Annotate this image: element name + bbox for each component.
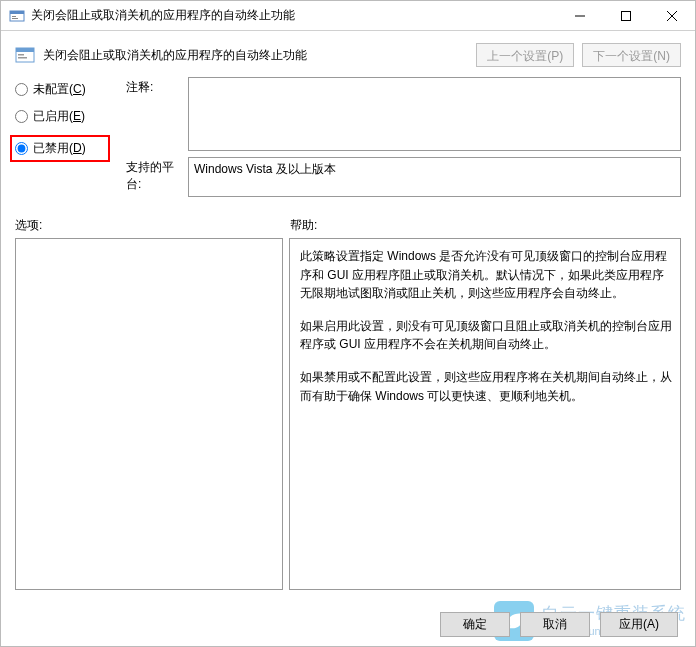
options-label: 选项: <box>15 217 290 234</box>
help-paragraph: 此策略设置指定 Windows 是否允许没有可见顶级窗口的控制台应用程序和 GU… <box>300 247 674 303</box>
ok-button[interactable]: 确定 <box>440 612 510 637</box>
help-paragraph: 如果禁用或不配置此设置，则这些应用程序将在关机期间自动终止，从而有助于确保 Wi… <box>300 368 674 405</box>
svg-rect-3 <box>12 18 18 19</box>
help-paragraph: 如果启用此设置，则没有可见顶级窗口且阻止或取消关机的控制台应用程序或 GUI 应… <box>300 317 674 354</box>
help-label: 帮助: <box>290 217 317 234</box>
maximize-button[interactable] <box>603 1 649 30</box>
platform-value: Windows Vista 及以上版本 <box>188 157 681 197</box>
fields-column: 注释: 支持的平台: Windows Vista 及以上版本 <box>126 77 681 203</box>
help-panel: 此策略设置指定 Windows 是否允许没有可见顶级窗口的控制台应用程序和 GU… <box>289 238 681 590</box>
section-labels: 选项: 帮助: <box>15 217 681 234</box>
radio-disabled-label: 已禁用(D) <box>33 140 86 157</box>
header: 关闭会阻止或取消关机的应用程序的自动终止功能 上一个设置(P) 下一个设置(N) <box>1 31 695 77</box>
radio-not-configured-input[interactable] <box>15 83 28 96</box>
radio-disabled-input[interactable] <box>15 142 28 155</box>
titlebar: 关闭会阻止或取消关机的应用程序的自动终止功能 <box>1 1 695 31</box>
radio-enabled[interactable]: 已启用(E) <box>15 108 110 125</box>
svg-rect-9 <box>16 48 34 52</box>
comment-input[interactable] <box>188 77 681 151</box>
next-setting-button[interactable]: 下一个设置(N) <box>582 43 681 67</box>
panels: 此策略设置指定 Windows 是否允许没有可见顶级窗口的控制台应用程序和 GU… <box>15 238 681 590</box>
radio-enabled-label: 已启用(E) <box>33 108 85 125</box>
dialog-buttons: 确定 取消 应用(A) <box>440 612 678 637</box>
content: 未配置(C) 已启用(E) 已禁用(D) 注释: 支持的平台: Windows … <box>1 77 695 590</box>
close-button[interactable] <box>649 1 695 30</box>
policy-icon <box>15 46 35 64</box>
prev-setting-button[interactable]: 上一个设置(P) <box>476 43 574 67</box>
app-icon <box>9 8 25 24</box>
svg-rect-5 <box>622 11 631 20</box>
comment-row: 注释: <box>126 77 681 151</box>
svg-rect-2 <box>12 16 16 17</box>
platform-row: 支持的平台: Windows Vista 及以上版本 <box>126 157 681 197</box>
svg-rect-11 <box>18 57 27 59</box>
radio-not-configured[interactable]: 未配置(C) <box>15 81 110 98</box>
radio-enabled-input[interactable] <box>15 110 28 123</box>
platform-label: 支持的平台: <box>126 157 188 193</box>
config-row: 未配置(C) 已启用(E) 已禁用(D) 注释: 支持的平台: Windows … <box>15 77 681 203</box>
window-title: 关闭会阻止或取消关机的应用程序的自动终止功能 <box>31 7 557 24</box>
policy-title: 关闭会阻止或取消关机的应用程序的自动终止功能 <box>43 47 468 64</box>
options-panel <box>15 238 283 590</box>
radio-disabled[interactable]: 已禁用(D) <box>10 135 110 162</box>
radio-group: 未配置(C) 已启用(E) 已禁用(D) <box>15 77 110 203</box>
svg-rect-1 <box>10 11 24 14</box>
radio-not-configured-label: 未配置(C) <box>33 81 86 98</box>
comment-label: 注释: <box>126 77 188 96</box>
svg-rect-10 <box>18 54 24 56</box>
window-controls <box>557 1 695 30</box>
minimize-button[interactable] <box>557 1 603 30</box>
apply-button[interactable]: 应用(A) <box>600 612 678 637</box>
cancel-button[interactable]: 取消 <box>520 612 590 637</box>
